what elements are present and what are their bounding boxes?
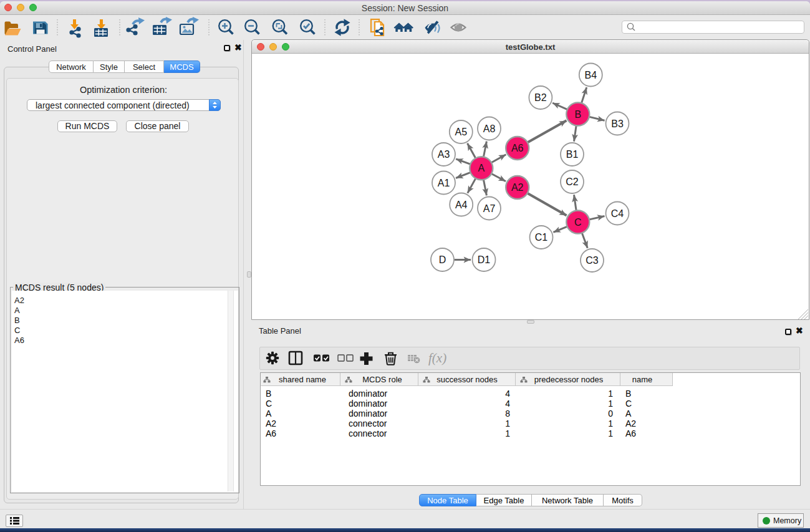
svg-text:C2: C2 <box>566 177 579 187</box>
svg-text:B: B <box>574 109 581 120</box>
svg-text:C: C <box>574 217 582 228</box>
svg-text:D1: D1 <box>478 254 491 265</box>
svg-text:B1: B1 <box>566 149 579 160</box>
svg-text:A3: A3 <box>438 149 450 160</box>
svg-text:C1: C1 <box>535 232 548 243</box>
svg-text:A7: A7 <box>483 203 496 214</box>
svg-text:B2: B2 <box>534 92 547 103</box>
svg-text:predecessor nodes: predecessor nodes <box>534 375 604 384</box>
svg-text:A5: A5 <box>455 127 468 137</box>
svg-text:name: name <box>632 375 653 384</box>
svg-text:A: A <box>478 163 485 173</box>
svg-text:successor nodes: successor nodes <box>436 375 498 384</box>
svg-text:C3: C3 <box>586 255 599 266</box>
svg-text:shared name: shared name <box>279 375 326 384</box>
svg-text:f(x): f(x) <box>428 351 446 365</box>
svg-text:A6: A6 <box>511 143 524 153</box>
svg-text:MCDS role: MCDS role <box>362 375 402 384</box>
svg-text:A2: A2 <box>511 182 524 193</box>
svg-text:A1: A1 <box>438 178 450 188</box>
svg-text:A8: A8 <box>483 123 496 134</box>
svg-text:C4: C4 <box>611 208 624 219</box>
svg-text:D: D <box>439 254 446 265</box>
svg-text:B4: B4 <box>585 70 597 80</box>
svg-text:B3: B3 <box>611 118 624 129</box>
svg-text:A4: A4 <box>455 200 468 210</box>
